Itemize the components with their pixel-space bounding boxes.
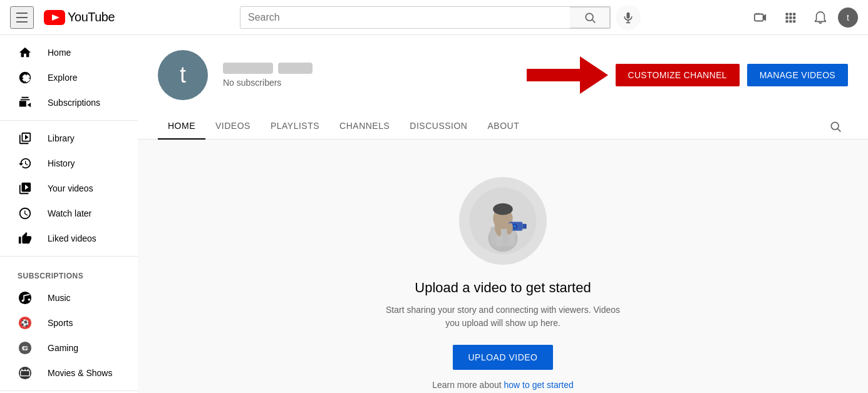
tab-about[interactable]: ABOUT: [477, 113, 529, 140]
hamburger-menu[interactable]: [10, 6, 34, 29]
topnav: YouTube: [0, 0, 868, 35]
svg-rect-11: [786, 13, 788, 15]
sidebar-divider-1: [0, 120, 138, 121]
search-area: [240, 5, 641, 30]
sidebar-item-subscriptions[interactable]: Subscriptions: [3, 90, 135, 115]
svg-rect-18: [789, 20, 792, 23]
sidebar-label-explore: Explore: [48, 73, 77, 83]
svg-point-37: [831, 122, 839, 130]
sidebar-label-movies-shows: Movies & Shows: [48, 368, 112, 378]
bell-icon: [814, 11, 827, 24]
tab-playlists[interactable]: PLAYLISTS: [261, 113, 329, 140]
video-camera-button[interactable]: [748, 5, 773, 30]
user-avatar[interactable]: t: [838, 8, 858, 28]
red-arrow-icon: [527, 53, 608, 97]
learn-more-text: Learn more about how to get started: [432, 380, 574, 390]
sidebar-label-history: History: [48, 158, 75, 168]
sidebar-item-watch-later[interactable]: Watch later: [3, 201, 135, 226]
svg-text:⚽: ⚽: [21, 319, 29, 327]
svg-line-3: [592, 19, 595, 23]
sidebar-divider-2: [0, 256, 138, 257]
movies-shows-channel-icon: [18, 365, 33, 380]
library-icon: [18, 131, 33, 146]
channel-details: No subscribers: [223, 63, 512, 88]
apps-icon: [784, 11, 797, 24]
arrow-indicator: [527, 53, 608, 97]
channel-subscribers: No subscribers: [223, 78, 512, 88]
history-icon: [18, 156, 33, 171]
svg-point-20: [19, 292, 31, 304]
main-content: t No subscribers CUSTOMIZE CHANNEL MANAG…: [138, 35, 868, 393]
upload-illustration: [459, 177, 547, 265]
topnav-left: YouTube: [10, 6, 148, 29]
svg-point-2: [586, 13, 593, 21]
sidebar-item-movies-shows[interactable]: Movies & Shows: [3, 360, 135, 385]
svg-point-21: [22, 300, 24, 302]
sidebar-label-home: Home: [48, 48, 71, 58]
youtube-logo[interactable]: YouTube: [44, 10, 115, 25]
tab-home[interactable]: HOME: [158, 113, 205, 140]
svg-rect-7: [755, 14, 763, 21]
channel-search-button[interactable]: [823, 114, 848, 139]
subscriptions-section-title: SUBSCRIPTIONS: [0, 262, 138, 285]
svg-rect-17: [786, 20, 788, 23]
notifications-button[interactable]: [808, 5, 833, 30]
svg-rect-15: [789, 16, 792, 19]
sidebar-label-music: Music: [48, 293, 71, 303]
sidebar-label-sports: Sports: [48, 318, 73, 328]
tab-videos[interactable]: VIDEOS: [205, 113, 261, 140]
search-button[interactable]: [570, 7, 610, 28]
mic-button[interactable]: [616, 5, 641, 30]
search-input[interactable]: [240, 7, 570, 28]
video-camera-icon: [753, 11, 767, 24]
sidebar-item-liked-videos[interactable]: Liked videos: [3, 226, 135, 251]
tab-discussion[interactable]: DISCUSSION: [400, 113, 477, 140]
customize-channel-button[interactable]: CUSTOMIZE CHANNEL: [616, 64, 740, 86]
your-videos-icon: [18, 181, 33, 196]
channel-info: t No subscribers CUSTOMIZE CHANNEL MANAG…: [158, 50, 848, 113]
sidebar-item-sports[interactable]: ⚽ Sports: [3, 310, 135, 335]
explore-icon: [18, 70, 33, 85]
sidebar-item-explore[interactable]: Explore: [3, 65, 135, 90]
camera-person-svg: [468, 186, 537, 255]
liked-videos-icon: [18, 231, 33, 246]
upload-video-button[interactable]: UPLOAD VIDEO: [453, 345, 552, 370]
manage-videos-button[interactable]: MANAGE VIDEOS: [747, 64, 848, 86]
mic-icon: [622, 11, 634, 24]
content-area: Upload a video to get started Start shar…: [138, 140, 868, 393]
channel-name-blur-2: [278, 63, 313, 74]
youtube-logo-icon: [44, 10, 65, 25]
svg-rect-4: [627, 12, 630, 18]
apps-button[interactable]: [778, 5, 803, 30]
sidebar-label-liked-videos: Liked videos: [48, 233, 96, 243]
sidebar-label-library: Library: [48, 133, 75, 143]
channel-header: t No subscribers CUSTOMIZE CHANNEL MANAG…: [138, 35, 868, 140]
svg-rect-14: [786, 16, 788, 19]
svg-line-38: [838, 128, 841, 131]
search-icon: [584, 11, 596, 24]
sidebar-item-gaming[interactable]: Gaming: [3, 335, 135, 360]
sports-channel-icon: ⚽: [18, 315, 33, 330]
svg-marker-36: [527, 56, 608, 94]
svg-point-30: [27, 348, 28, 349]
sidebar-label-watch-later: Watch later: [48, 208, 91, 218]
sidebar-divider-3: [0, 390, 138, 391]
sidebar-item-home[interactable]: Home: [3, 40, 135, 65]
svg-point-29: [26, 347, 28, 348]
youtube-logo-text: YouTube: [68, 10, 115, 24]
svg-point-51: [514, 225, 517, 228]
search-bar: [240, 6, 611, 29]
sidebar-item-library[interactable]: Library: [3, 126, 135, 151]
gaming-channel-icon: [18, 340, 33, 355]
sidebar-item-music[interactable]: Music: [3, 285, 135, 310]
sidebar-label-gaming: Gaming: [48, 343, 78, 353]
channel-search-icon: [829, 120, 842, 133]
sidebar-item-history[interactable]: History: [3, 151, 135, 176]
sidebar-item-your-videos[interactable]: Your videos: [3, 176, 135, 201]
tab-channels[interactable]: CHANNELS: [329, 113, 400, 140]
how-to-get-started-link[interactable]: how to get started: [504, 380, 574, 390]
svg-rect-16: [793, 16, 795, 19]
channel-name: [223, 63, 512, 74]
channel-name-blur-1: [223, 63, 273, 74]
sidebar-label-subscriptions: Subscriptions: [48, 98, 100, 108]
